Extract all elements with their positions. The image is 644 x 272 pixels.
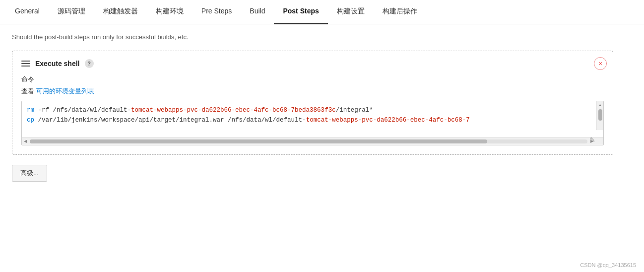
help-icon[interactable]: ? xyxy=(85,59,94,68)
tab-post-build[interactable]: 构建后操作 xyxy=(374,0,426,24)
code-line-1: rm -rf /nfs/data/wl/default-tomcat-webap… xyxy=(27,105,598,115)
tab-general[interactable]: General xyxy=(6,0,49,24)
tab-build[interactable]: Build xyxy=(241,0,274,24)
code-area-wrapper: rm -rf /nfs/data/wl/default-tomcat-webap… xyxy=(21,101,604,145)
code-line-2: cp /var/lib/jenkins/workspace/api/target… xyxy=(27,115,598,125)
env-link-prefix: 查看 xyxy=(21,87,36,95)
card-header: Execute shell ? xyxy=(21,59,604,68)
tab-pre-steps[interactable]: Pre Steps xyxy=(193,0,241,24)
scroll-h-thumb[interactable] xyxy=(30,139,487,143)
vertical-scrollbar[interactable]: ▲ xyxy=(596,101,603,130)
scroll-h-track[interactable] xyxy=(30,139,587,143)
env-link[interactable]: 可用的环境变量列表 xyxy=(36,87,94,95)
scroll-left-arrow[interactable]: ◀ xyxy=(22,138,29,145)
description-text: Should the post-build steps run only for… xyxy=(12,33,613,41)
scroll-v-thumb[interactable] xyxy=(598,109,602,121)
main-content: Should the post-build steps run only for… xyxy=(0,24,625,191)
scroll-up-arrow[interactable]: ▲ xyxy=(597,101,604,108)
code-display: rm -rf /nfs/data/wl/default-tomcat-webap… xyxy=(22,101,603,137)
command-label: 命令 xyxy=(21,75,604,84)
horizontal-scrollbar[interactable]: ◀ ▶ xyxy=(22,137,603,145)
card-title: Execute shell xyxy=(35,60,80,68)
advanced-button[interactable]: 高级... xyxy=(12,165,47,182)
execute-shell-card: Execute shell ? × 命令 查看 可用的环境变量列表 rm -rf… xyxy=(12,51,613,155)
env-link-row: 查看 可用的环境变量列表 xyxy=(21,87,604,96)
tab-post-steps[interactable]: Post Steps xyxy=(274,0,327,24)
tab-bar: General源码管理构建触发器构建环境Pre StepsBuildPost S… xyxy=(0,0,644,24)
close-button[interactable]: × xyxy=(594,57,607,70)
tab-build-settings[interactable]: 构建设置 xyxy=(328,0,374,24)
tab-env[interactable]: 构建环境 xyxy=(147,0,193,24)
tab-source[interactable]: 源码管理 xyxy=(49,0,94,24)
edit-icon[interactable]: ✎ xyxy=(589,136,595,144)
tab-trigger[interactable]: 构建触发器 xyxy=(94,0,147,24)
drag-handle-icon[interactable] xyxy=(21,61,30,67)
